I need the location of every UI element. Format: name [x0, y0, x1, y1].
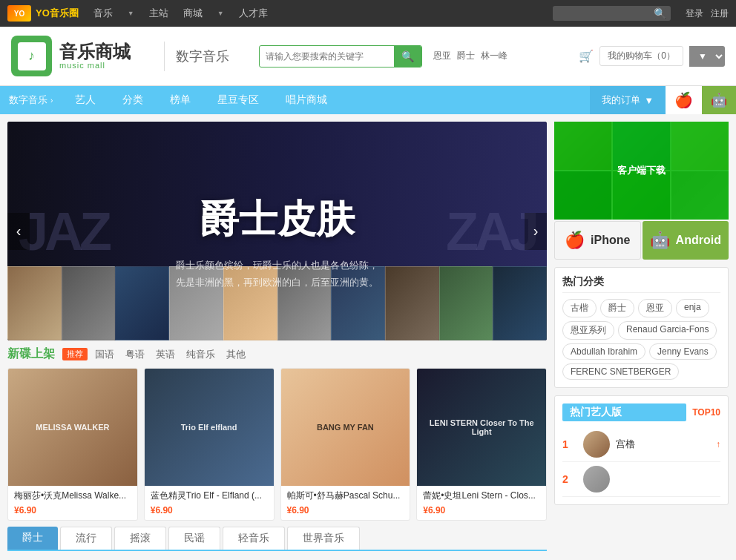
nav-shop-arrow: ▼ — [217, 10, 224, 17]
product-img-4: LENI STERN Closer To The Light — [417, 369, 546, 486]
hot-tag-enya[interactable]: 恩亚 — [638, 299, 672, 317]
album-thumb-2[interactable] — [62, 266, 116, 340]
cart-dropdown[interactable]: ▼ — [689, 46, 725, 67]
product-card-3[interactable]: BANG MY FAN 帕斯可•舒马赫Pascal Schu... ¥6.90 — [280, 368, 411, 521]
product-img-2: Trio Elf elfland — [145, 369, 274, 486]
nav-item-cd-shop[interactable]: 唱片商城 — [272, 86, 341, 114]
product-name-4: 蕾妮•史坦Leni Stern - Clos... — [423, 490, 540, 502]
genre-tab-jazz[interactable]: 爵士 — [7, 527, 58, 550]
top-nav-links: 音乐 ▼ 主站 商城 ▼ 人才库 — [93, 7, 553, 20]
new-albums-badge[interactable]: 推荐 — [62, 348, 88, 360]
genre-tab-rock[interactable]: 摇滚 — [114, 527, 166, 550]
tab-cantonese[interactable]: 粤语 — [125, 348, 145, 361]
left-content: JAZ ZAJ 爵士皮肤 爵士乐颜色缤纷，玩爵士乐的人也是各色纷陈， 先是非洲的… — [7, 122, 547, 551]
product-card-2[interactable]: Trio Elf elfland 蓝色精灵Trio Elf - Elfland … — [144, 368, 275, 521]
hot-tag-abdullah[interactable]: Abdullah Ibrahim — [562, 343, 645, 360]
yo-logo-icon: YO — [7, 5, 31, 22]
top-search-input[interactable] — [557, 8, 654, 19]
apple-download-icon: 🍎 — [565, 231, 585, 250]
nav-link-music[interactable]: 音乐 — [93, 7, 113, 20]
nav-link-talent[interactable]: 人才库 — [239, 7, 268, 20]
album-thumb-3[interactable] — [115, 266, 169, 340]
login-link[interactable]: 登录 — [686, 7, 703, 20]
album-thumb-10[interactable] — [493, 266, 547, 340]
logo-sub-text: music mall — [59, 61, 131, 70]
top-search-box: 🔍 — [553, 6, 671, 21]
album-thumb-9[interactable] — [439, 266, 493, 340]
hot-tag-renaud[interactable]: Renaud Garcia-Fons — [618, 321, 717, 340]
nav-item-chart[interactable]: 榜单 — [157, 86, 204, 114]
cart-button[interactable]: 我的购物车（0） — [599, 46, 683, 66]
tab-instrumental[interactable]: 纯音乐 — [186, 348, 215, 361]
genre-tab-world[interactable]: 世界音乐 — [287, 527, 360, 550]
banner-text-center: 爵士皮肤 爵士乐颜色缤纷，玩爵士乐的人也是各色纷陈， 先是非洲的黑，再到欧洲的白… — [176, 171, 378, 291]
tag-linyifeng[interactable]: 林一峰 — [481, 50, 507, 62]
register-link[interactable]: 注册 — [711, 7, 729, 20]
android-download-icon: 🤖 — [650, 231, 670, 250]
download-overlay[interactable]: 客户端下载 — [554, 122, 729, 220]
product-price-3: ¥6.90 — [287, 505, 404, 515]
site-header: ♪ 音乐商城 music mall 数字音乐 🔍 恩亚 爵士 林一峰 🛒 我的购… — [0, 27, 736, 86]
nav-item-category[interactable]: 分类 — [109, 86, 157, 114]
android-download-button[interactable]: 🤖 Android — [643, 221, 729, 260]
breadcrumb-arrow: › — [50, 96, 53, 105]
android-icon: 🤖 — [711, 92, 727, 108]
hot-categories-section: 热门分类 古楷 爵士 恩亚 enja 恩亚系列 Renaud Garcia-Fo… — [554, 267, 729, 388]
banner-prev-button[interactable]: ‹ — [7, 213, 30, 250]
hot-tag-enya-series[interactable]: 恩亚系列 — [562, 321, 614, 340]
cart-section: 🛒 我的购物车（0） ▼ — [579, 46, 725, 67]
nav-item-stardou[interactable]: 星豆专区 — [204, 86, 272, 114]
site-logo[interactable]: ♪ 音乐商城 music mall — [11, 36, 131, 76]
hot-tag-ferenc[interactable]: FERENC SNETBERGER — [562, 363, 679, 380]
header-divider — [164, 42, 165, 71]
hot-tag-enja[interactable]: enja — [676, 299, 709, 317]
banner-next-button[interactable]: › — [525, 213, 547, 250]
logo-box-inner: ♪ — [18, 42, 46, 70]
top-search-icon[interactable]: 🔍 — [654, 7, 666, 19]
tab-mandarin[interactable]: 国语 — [95, 348, 114, 361]
header-search-input[interactable] — [260, 47, 394, 66]
product-img-label-4: LENI STERN Closer To The Light — [417, 369, 546, 486]
product-img-label-2: Trio Elf elfland — [145, 369, 274, 486]
logo-box: ♪ — [11, 36, 52, 76]
artist-trend-1: ↑ — [716, 439, 720, 449]
genre-tabs: 爵士 流行 摇滚 民谣 轻音乐 世界音乐 — [7, 527, 547, 551]
hot-tag-jazz[interactable]: 爵士 — [600, 299, 634, 317]
product-info-4: 蕾妮•史坦Leni Stern - Clos... ¥6.90 — [417, 486, 546, 520]
nav-item-artist[interactable]: 艺人 — [62, 86, 109, 114]
top-logo[interactable]: YO YO音乐圈 — [7, 5, 79, 22]
tab-english[interactable]: 英语 — [156, 348, 175, 361]
ios-platform-button[interactable]: 🍎 — [666, 86, 702, 114]
product-name-3: 帕斯可•舒马赫Pascal Schu... — [287, 490, 404, 502]
apple-icon: 🍎 — [674, 91, 693, 109]
nav-items-container: 数字音乐 › 艺人 分类 榜单 星豆专区 唱片商城 — [0, 86, 590, 114]
tag-enya[interactable]: 恩亚 — [433, 50, 451, 62]
ios-download-button[interactable]: 🍎 iPhone — [554, 221, 641, 260]
cart-label: 我的购物车（0） — [608, 50, 675, 62]
album-thumb-8[interactable] — [385, 266, 439, 340]
nav-link-shop[interactable]: 商城 — [183, 7, 203, 20]
artist-item-1[interactable]: 1 宫橹 ↑ — [562, 427, 720, 462]
product-card-4[interactable]: LENI STERN Closer To The Light 蕾妮•史坦Leni… — [416, 368, 547, 521]
artist-item-2[interactable]: 2 — [562, 462, 720, 497]
genre-tab-instrumental[interactable]: 轻音乐 — [223, 527, 285, 550]
hot-tag-jenny[interactable]: Jenny Evans — [649, 343, 717, 360]
nav-link-home[interactable]: 主站 — [149, 7, 168, 20]
tag-jazz[interactable]: 爵士 — [457, 50, 475, 62]
android-platform-button[interactable]: 🤖 — [702, 86, 736, 114]
header-search-button[interactable]: 🔍 — [394, 46, 421, 67]
my-order-button[interactable]: 我的订单 ▼ — [590, 86, 666, 114]
album-thumb-1[interactable] — [7, 266, 62, 340]
product-name-1: 梅丽莎•沃克Melissa Walke... — [14, 490, 131, 502]
tab-other[interactable]: 其他 — [226, 348, 246, 361]
genre-tab-pop[interactable]: 流行 — [60, 527, 112, 550]
main-navigation: 数字音乐 › 艺人 分类 榜单 星豆专区 唱片商城 我的订单 ▼ 🍎 🤖 — [0, 86, 736, 114]
hot-tag-guge[interactable]: 古楷 — [562, 299, 597, 317]
logo-main-text: 音乐商城 — [59, 43, 131, 61]
new-albums-tabs: 国语 粤语 英语 纯音乐 其他 — [95, 348, 246, 361]
genre-tab-folk[interactable]: 民谣 — [168, 527, 220, 550]
my-order-arrow: ▼ — [644, 95, 654, 106]
artist-avatar-img-1 — [583, 431, 610, 458]
banner-jazz-left: JAZ — [19, 201, 108, 262]
product-card-1[interactable]: MELISSA WALKER 梅丽莎•沃克Melissa Walke... ¥6… — [7, 368, 138, 521]
